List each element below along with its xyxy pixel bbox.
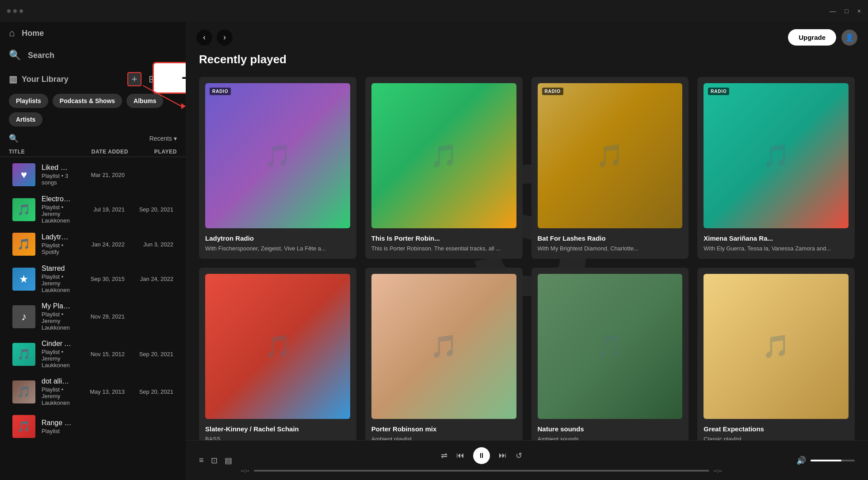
nav-item-home[interactable]: ⌂ Home: [0, 22, 186, 44]
small-plus-icon: +: [132, 73, 138, 85]
shuffle-button[interactable]: ⇌: [441, 451, 447, 461]
titlebar-dots: [7, 9, 23, 13]
playlist-name: My Playlist #6: [42, 302, 72, 310]
col-title-header: Title: [9, 149, 88, 155]
playlist-thumb: ♥: [12, 163, 35, 186]
list-item[interactable]: ♥ Liked Songs Playlist • 3 songs Mar 21,…: [4, 159, 182, 191]
list-item[interactable]: ♪ My Playlist #6 Playlist • Jeremy Laukk…: [4, 298, 182, 335]
home-icon: ⌂: [9, 27, 15, 39]
playlist-meta: Playlist: [42, 428, 72, 434]
playlist-played: Jan 24, 2022: [125, 276, 173, 282]
add-playlist-big-button[interactable]: +: [153, 62, 186, 94]
playlist-date: Mar 21, 2020: [72, 172, 125, 178]
card-image: 🎵: [371, 83, 516, 228]
card-image: RADIO 🎵: [205, 83, 350, 228]
recently-played-section: Recently played RADIO 🎵 Ladytron Radio W…: [186, 53, 868, 440]
big-plus-icon: +: [181, 66, 186, 89]
recently-played-card[interactable]: 🎵 This Is Porter Robin... This is Porter…: [365, 77, 523, 259]
filter-albums[interactable]: Albums: [126, 94, 163, 108]
radio-badge: RADIO: [708, 88, 729, 95]
list-item[interactable]: 🎵 dot allison, mono, etc Playlist • Jere…: [4, 373, 182, 411]
playlist-meta: Playlist • 3 songs: [42, 173, 72, 186]
playlist-thumb: ★: [12, 268, 35, 291]
queue-button[interactable]: ▤: [225, 456, 232, 465]
recently-played-card[interactable]: 🎵 Nature sounds Ambient sounds: [532, 268, 689, 440]
filter-playlists[interactable]: Playlists: [9, 94, 48, 108]
sort-label: Recents: [149, 135, 172, 142]
filter-pills: Playlists Podcasts & Shows Albums Artist…: [0, 90, 186, 132]
time-current: --:--: [241, 468, 249, 474]
avatar[interactable]: 👤: [841, 30, 857, 46]
library-title-group: ▥ Your Library: [9, 74, 69, 84]
card-image: 🎵: [538, 274, 683, 419]
list-search-button[interactable]: 🔍: [9, 134, 19, 143]
filter-podcasts[interactable]: Podcasts & Shows: [53, 94, 122, 108]
playlist-played: Jun 3, 2022: [125, 241, 173, 248]
list-item[interactable]: 🎵 Electro swing Playlist • Jeremy Laukko…: [4, 191, 182, 228]
play-pause-button[interactable]: ⏸: [473, 447, 490, 464]
list-item[interactable]: 🎵 Cinder And Smoke Playlist • Jeremy Lau…: [4, 335, 182, 373]
titlebar-controls[interactable]: — □ ×: [830, 8, 861, 15]
topbar-right: Upgrade 👤: [788, 29, 857, 46]
lyrics-button[interactable]: ⊡: [211, 456, 218, 465]
card-desc: Ambient sounds: [538, 435, 683, 440]
close-button[interactable]: ×: [857, 8, 861, 15]
menu-button[interactable]: ≡: [199, 456, 204, 465]
recently-played-card[interactable]: RADIO 🎵 Ximena Sariñana Ra... With Ely G…: [697, 77, 855, 259]
library-title-label: Your Library: [22, 75, 69, 84]
recently-played-card[interactable]: 🎵 Great Expectations Classic playlist: [697, 268, 855, 440]
list-controls: 🔍 Recents ▾: [0, 132, 186, 147]
card-image: RADIO 🎵: [538, 83, 683, 228]
playlist-info: Electro swing Playlist • Jeremy Laukkone…: [42, 195, 72, 224]
upgrade-button[interactable]: Upgrade: [788, 29, 836, 46]
next-button[interactable]: ⏭: [499, 451, 507, 460]
card-desc: BASS: [205, 435, 350, 440]
app-container: ⌂ Home 🔍 Search ▥ Your Library + ⊞ ← Pla…: [0, 22, 868, 480]
card-desc: Classic playlist: [704, 435, 849, 440]
minimize-button[interactable]: —: [830, 8, 836, 15]
playlist-name: dot allison, mono, etc: [42, 377, 72, 385]
playlist-info: Ladytron Radio Playlist • Spotify: [42, 233, 72, 255]
volume-bar[interactable]: [811, 460, 855, 461]
card-desc: This is Porter Robinson. The essential t…: [371, 245, 516, 253]
filter-artists[interactable]: Artists: [9, 112, 42, 127]
list-item[interactable]: ★ Starred Playlist • Jeremy Laukkonen Se…: [4, 260, 182, 298]
previous-button[interactable]: ⏮: [456, 451, 464, 460]
playlist-meta: Playlist • Jeremy Laukkonen: [42, 204, 72, 224]
player-controls: ⇌ ⏮ ⏸ ⏭ ↺ --:-- --:--: [241, 447, 722, 474]
playlist-info: Liked Songs Playlist • 3 songs: [42, 164, 72, 186]
playlist-info: My Playlist #6 Playlist • Jeremy Laukkon…: [42, 302, 72, 331]
time-total: --:--: [714, 468, 722, 474]
playlist-name: Range - Tiger Beat: [42, 419, 72, 427]
card-title: Porter Robinson mix: [371, 425, 516, 433]
list-item[interactable]: 🎵 Range - Tiger Beat Playlist: [4, 411, 182, 442]
playlist-played: Sep 20, 2021: [125, 351, 173, 357]
playlist-name: Ladytron Radio: [42, 233, 72, 241]
back-button[interactable]: ‹: [196, 30, 212, 46]
recently-played-card[interactable]: RADIO 🎵 Bat For Lashes Radio With My Bri…: [532, 77, 689, 259]
playlist-date: May 13, 2013: [72, 388, 125, 395]
col-date-header: Date Added: [88, 149, 137, 155]
playlist-played: Sep 20, 2021: [125, 206, 173, 213]
dot1: [7, 9, 11, 13]
sort-chevron-icon: ▾: [174, 135, 177, 142]
forward-icon: ›: [223, 33, 226, 42]
playlist-meta: Playlist • Jeremy Laukkonen: [42, 349, 72, 369]
card-image: RADIO 🎵: [704, 83, 849, 228]
recently-played-card[interactable]: 🎵 Slater-Kinney / Rachel Schain BASS: [199, 268, 356, 440]
cards-grid-row2: 🎵 Slater-Kinney / Rachel Schain BASS 🎵 P…: [199, 268, 855, 440]
repeat-button[interactable]: ↺: [516, 451, 522, 461]
progress-bar: --:-- --:--: [241, 468, 722, 474]
recently-played-card[interactable]: RADIO 🎵 Ladytron Radio With Fischerspoon…: [199, 77, 356, 259]
add-playlist-small-button[interactable]: +: [127, 72, 141, 86]
maximize-button[interactable]: □: [845, 8, 848, 15]
recently-played-card[interactable]: 🎵 Porter Robinson mix Ambient playlist: [365, 268, 523, 440]
playlist-thumb: ♪: [12, 305, 35, 328]
progress-track[interactable]: [254, 470, 709, 472]
sort-button[interactable]: Recents ▾: [149, 135, 177, 142]
forward-button[interactable]: ›: [217, 30, 233, 46]
radio-badge: RADIO: [210, 88, 231, 95]
list-item[interactable]: 🎵 Ladytron Radio Playlist • Spotify Jan …: [4, 228, 182, 260]
card-title: Ximena Sariñana Ra...: [704, 234, 849, 242]
card-title: Ladytron Radio: [205, 234, 350, 242]
